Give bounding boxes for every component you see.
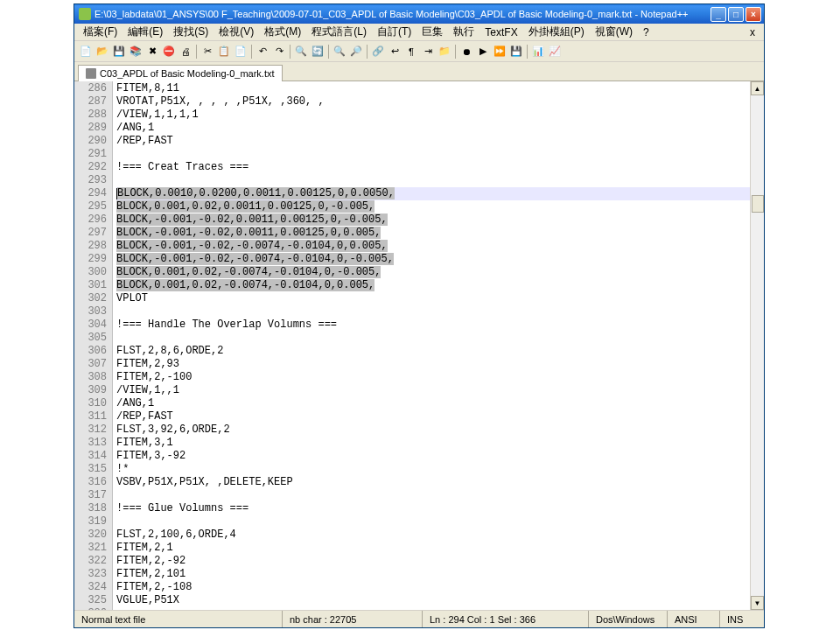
minimize-button[interactable]: _: [710, 7, 726, 22]
line-number[interactable]: 312: [74, 424, 107, 437]
code-line[interactable]: FITEM,2,-92: [116, 555, 750, 568]
code-line[interactable]: FLST,2,8,6,ORDE,2: [116, 345, 750, 358]
menu-edit[interactable]: 編輯(E): [122, 23, 168, 41]
line-number[interactable]: 324: [74, 581, 107, 594]
line-number[interactable]: 290: [74, 135, 107, 148]
code-line[interactable]: FLST,3,92,6,ORDE,2: [116, 424, 750, 437]
line-number[interactable]: 306: [74, 345, 107, 358]
code-line[interactable]: !=== Handle The Overlap Volumns ===: [116, 318, 750, 332]
saveall-icon[interactable]: 📚: [128, 44, 144, 60]
copy-icon[interactable]: 📋: [216, 44, 232, 60]
code-line[interactable]: BLOCK,-0.001,-0.02,-0.0074,-0.0104,0,-0.…: [116, 253, 750, 266]
line-number[interactable]: 310: [74, 397, 107, 410]
code-line[interactable]: FITEM,3,1: [116, 437, 750, 450]
menu-search[interactable]: 搜找(S): [168, 23, 214, 41]
code-line[interactable]: !=== Creat Traces ===: [116, 161, 750, 174]
code-line[interactable]: !*: [116, 463, 750, 476]
code-line[interactable]: FITEM,2,101: [116, 568, 750, 581]
line-number[interactable]: 308: [74, 371, 107, 384]
code-line[interactable]: [116, 515, 750, 528]
line-number[interactable]: 313: [74, 437, 107, 450]
code-line[interactable]: FITEM,3,-92: [116, 450, 750, 463]
close-button[interactable]: ×: [746, 7, 761, 22]
line-number[interactable]: 326: [74, 607, 107, 610]
line-gutter[interactable]: 2862872882892902912922932942952962972982…: [74, 81, 113, 610]
close-icon[interactable]: ✖: [144, 44, 160, 60]
line-number[interactable]: 311: [74, 410, 107, 424]
savemacro-icon[interactable]: 💾: [508, 44, 524, 60]
print-icon[interactable]: 🖨: [178, 44, 193, 60]
code-area[interactable]: FITEM,8,11VROTAT,P51X, , , , ,P51X, ,360…: [113, 81, 750, 610]
code-line[interactable]: FITEM,2,-100: [116, 371, 750, 384]
code-line[interactable]: /REP,FAST: [116, 135, 750, 148]
line-number[interactable]: 289: [74, 122, 107, 135]
line-number[interactable]: 304: [74, 318, 107, 332]
line-number[interactable]: 305: [74, 332, 107, 345]
line-number[interactable]: 287: [74, 95, 107, 108]
line-number[interactable]: 294: [74, 187, 107, 200]
folder-icon[interactable]: 📁: [437, 44, 452, 60]
menu-lang[interactable]: 程式語言(L): [306, 23, 372, 41]
line-number[interactable]: 297: [74, 227, 107, 240]
code-line[interactable]: VGLUE,P51X: [116, 594, 750, 607]
line-number[interactable]: 322: [74, 555, 107, 568]
code-line[interactable]: VPLOT: [116, 292, 750, 305]
find-icon[interactable]: 🔍: [293, 44, 309, 60]
code-line[interactable]: /REP,FAST: [116, 410, 750, 424]
play-icon[interactable]: ▶: [475, 44, 491, 60]
code-line[interactable]: [116, 332, 750, 345]
code-line[interactable]: FLST,2,100,6,ORDE,4: [116, 528, 750, 542]
line-number[interactable]: 323: [74, 568, 107, 581]
tool2-icon[interactable]: 📈: [547, 44, 563, 60]
line-number[interactable]: 291: [74, 148, 107, 161]
code-line[interactable]: [116, 305, 750, 318]
code-line[interactable]: VSBV,P51X,P51X, ,DELETE,KEEP: [116, 476, 750, 489]
record-icon[interactable]: ⏺: [458, 44, 474, 60]
sync-icon[interactable]: 🔗: [370, 44, 386, 60]
menu-view[interactable]: 檢視(V): [214, 23, 259, 41]
code-line[interactable]: BLOCK,-0.001,-0.02,-0.0074,-0.0104,0,0.0…: [116, 240, 750, 253]
line-number[interactable]: 314: [74, 450, 107, 463]
code-line[interactable]: BLOCK,-0.001,-0.02,0.0011,0.00125,0,0.00…: [116, 227, 750, 240]
line-number[interactable]: 296: [74, 214, 107, 227]
code-line[interactable]: [116, 148, 750, 161]
code-line[interactable]: BLOCK,0.001,0.02,0.0011,0.00125,0,-0.005…: [116, 200, 750, 214]
line-number[interactable]: 301: [74, 279, 107, 292]
menu-run[interactable]: 執行: [448, 23, 480, 41]
line-number[interactable]: 302: [74, 292, 107, 305]
playmulti-icon[interactable]: ⏩: [492, 44, 508, 60]
code-line[interactable]: BLOCK,0.001,0.02,-0.0074,-0.0104,0,0.005…: [116, 279, 750, 292]
scroll-up-icon[interactable]: ▲: [751, 81, 764, 95]
code-line[interactable]: [116, 607, 750, 610]
line-number[interactable]: 299: [74, 253, 107, 266]
tool1-icon[interactable]: 📊: [530, 44, 546, 60]
code-line[interactable]: !=== Glue Volumns ===: [116, 502, 750, 515]
save-icon[interactable]: 💾: [111, 44, 127, 60]
open-icon[interactable]: 📂: [94, 44, 110, 60]
code-line[interactable]: BLOCK,0.0010,0.0200,0.0011,0.00125,0,0.0…: [116, 187, 750, 200]
menu-settings[interactable]: 自訂(T): [372, 23, 416, 41]
menu-file[interactable]: 檔案(F): [78, 23, 122, 41]
redo-icon[interactable]: ↷: [271, 44, 287, 60]
line-number[interactable]: 298: [74, 240, 107, 253]
line-number[interactable]: 319: [74, 515, 107, 528]
code-line[interactable]: BLOCK,-0.001,-0.02,0.0011,0.00125,0,-0.0…: [116, 214, 750, 227]
menu-textfx[interactable]: TextFX: [480, 24, 522, 40]
line-number[interactable]: 307: [74, 358, 107, 371]
line-number[interactable]: 317: [74, 489, 107, 502]
code-line[interactable]: FITEM,8,11: [116, 82, 750, 95]
replace-icon[interactable]: 🔄: [310, 44, 326, 60]
code-line[interactable]: FITEM,2,-108: [116, 581, 750, 594]
menu-format[interactable]: 格式(M): [259, 23, 306, 41]
code-line[interactable]: FITEM,2,93: [116, 358, 750, 371]
menu-macro[interactable]: 巨集: [416, 23, 448, 41]
new-icon[interactable]: 📄: [78, 44, 94, 60]
code-line[interactable]: [116, 489, 750, 502]
zoomin-icon[interactable]: 🔍: [332, 44, 347, 60]
undo-icon[interactable]: ↶: [255, 44, 270, 60]
code-line[interactable]: BLOCK,0.001,0.02,-0.0074,-0.0104,0,-0.00…: [116, 266, 750, 279]
code-line[interactable]: /VIEW,1,1,1,1: [116, 108, 750, 122]
closeall-icon[interactable]: ⛔: [161, 44, 177, 60]
menu-plugins[interactable]: 外掛模組(P): [523, 23, 590, 41]
paste-icon[interactable]: 📄: [233, 44, 248, 60]
